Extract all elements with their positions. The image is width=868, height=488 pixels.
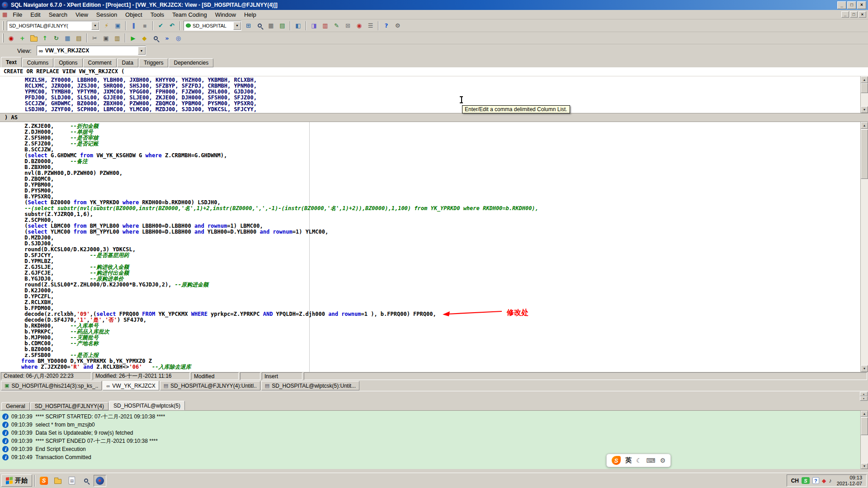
scroll-thumb[interactable] <box>861 129 868 179</box>
ime-keyboard-icon[interactable]: ⌨ <box>646 457 656 464</box>
code-assistant-icon[interactable]: ◎ <box>173 33 184 43</box>
copy-icon[interactable]: ▣ <box>100 33 112 43</box>
start-button[interactable]: 开始 <box>1 474 32 487</box>
folder-quicklaunch-icon[interactable] <box>52 475 64 487</box>
view-combo[interactable]: ∞ VW_YK_RKJZCX ▼ <box>37 46 146 56</box>
help-tray-icon[interactable]: ? <box>812 477 819 484</box>
menu-item-object[interactable]: Object <box>121 10 146 19</box>
sogou-tray-icon[interactable]: S <box>802 477 810 484</box>
mdi-restore-button[interactable]: □ <box>850 11 858 18</box>
help-icon[interactable]: ? <box>381 20 392 31</box>
debug-icon[interactable]: ◉ <box>354 20 365 31</box>
scroll-up-button[interactable]: ▲ <box>861 122 868 129</box>
security-tray-icon[interactable]: ◆ <box>822 478 826 484</box>
close-button[interactable]: × <box>857 1 866 9</box>
menu-item-help[interactable]: Help <box>240 10 260 19</box>
output-tab-general[interactable]: General <box>1 402 30 410</box>
schema-combo[interactable]: SD_HOSPITAL ▼ <box>184 21 241 31</box>
tab-options[interactable]: Options <box>54 58 82 67</box>
open-file-icon[interactable] <box>28 33 39 43</box>
connect-icon[interactable]: ⚡ <box>101 20 112 31</box>
output-panel-icon[interactable]: ◧ <box>292 20 304 31</box>
extract-ddl-icon[interactable]: ◉ <box>5 33 17 43</box>
notes-quicklaunch-icon[interactable]: ▤ <box>66 475 78 487</box>
calculator-icon[interactable]: ▦ <box>265 20 277 31</box>
panel-scroll-down-button[interactable]: ▼ <box>860 396 868 401</box>
menu-item-search[interactable]: Search <box>45 10 71 19</box>
scroll-up-button[interactable]: ▲ <box>861 76 868 83</box>
scroll-down-button[interactable]: ▼ <box>861 106 868 113</box>
execute-icon[interactable]: ▶ <box>127 33 139 43</box>
find-icon[interactable] <box>150 33 161 43</box>
menu-item-session[interactable]: Session <box>92 10 121 19</box>
tab-triggers[interactable]: Triggers <box>139 58 169 67</box>
scroll-down-button[interactable]: ▼ <box>861 365 868 372</box>
column-list-editor[interactable]: MXZLSH, ZY0000, LBBH00, YLBH00, JXBH00, … <box>0 76 868 113</box>
chevron-down-icon[interactable]: ▼ <box>138 47 146 55</box>
column-list-scrollbar[interactable]: ▲ ▼ <box>860 76 868 113</box>
taskbar-clock[interactable]: 09:13 2021-12-07 <box>837 475 862 487</box>
mdi-close-button[interactable]: × <box>859 11 866 18</box>
menu-item-view[interactable]: View <box>71 10 92 19</box>
db-explorer-icon[interactable]: ◨ <box>308 20 320 31</box>
session-window-icon[interactable]: ▣ <box>112 20 123 31</box>
tab-text[interactable]: Text <box>1 57 22 67</box>
team-coding-icon[interactable]: ☰ <box>365 20 376 31</box>
sqlnavigator-quicklaunch-icon[interactable] <box>94 475 106 487</box>
tab-data[interactable]: Data <box>117 58 138 67</box>
add-object-icon[interactable]: + <box>17 33 28 43</box>
menu-item-edit[interactable]: Edit <box>26 10 44 19</box>
log-scrollbar[interactable]: ▲ ▼ <box>860 411 868 469</box>
session-tab-sd-hospital-his214-3-sp-ks[interactable]: ▣SD_HOSPITAL@his214(3):sp_ks_.. <box>1 381 102 390</box>
menu-item-file[interactable]: File <box>9 10 26 19</box>
menu-item-team-coding[interactable]: Team Coding <box>168 10 211 19</box>
tab-comment[interactable]: Comment <box>83 58 117 67</box>
scroll-down-button[interactable]: ▼ <box>861 463 868 469</box>
scroll-thumb[interactable] <box>861 417 868 435</box>
ime-halfmoon-icon[interactable]: ☾ <box>636 457 642 464</box>
window-list-icon[interactable]: ⊞ <box>243 20 254 31</box>
save-icon[interactable]: ↑ <box>39 33 51 43</box>
editor-scrollbar[interactable]: ▲ ▼ <box>860 122 868 372</box>
edit-icon[interactable]: ✎ <box>331 20 342 31</box>
pause-icon[interactable]: ‖ <box>128 20 139 31</box>
volume-tray-icon[interactable]: ♪ <box>829 477 832 484</box>
session-tab-vw-yk-rkjzcx[interactable]: ∞VW_YK_RKJZCX <box>103 381 159 390</box>
data-grid-icon[interactable]: ▤ <box>277 20 288 31</box>
ime-settings-icon[interactable]: ⚙ <box>660 457 666 464</box>
ime-language-toggle[interactable]: 英 <box>625 456 632 465</box>
describe-icon[interactable]: ▤ <box>73 33 85 43</box>
menu-item-window[interactable]: Window <box>211 10 240 19</box>
package-icon[interactable]: ◆ <box>139 33 150 43</box>
paste-icon[interactable]: ▥ <box>112 33 123 43</box>
panel-scroll-up-button[interactable]: ▲ <box>860 392 868 396</box>
maximize-button[interactable]: □ <box>847 1 856 9</box>
session-tab-sd-hospital-fjlnyy-4-untitl[interactable]: ▤SD_HOSPITAL@FJLNYY(4):Untitl.. <box>160 381 260 390</box>
output-tab-sd-hospital-fjlnyy-4[interactable]: SD_HOSPITAL@FJLNYY(4) <box>30 402 108 410</box>
cut-icon[interactable]: ✂ <box>89 33 100 43</box>
sogou-logo-icon[interactable]: S <box>612 456 621 465</box>
more-commands-icon[interactable]: » <box>161 33 173 43</box>
sogou-quicklaunch-icon[interactable]: S <box>38 475 50 487</box>
tab-columns[interactable]: Columns <box>22 58 53 67</box>
output-tab-sd-hospital-wlptcsk-5[interactable]: SD_HOSPITAL@wlptcsk(5) <box>109 401 185 410</box>
chevron-down-icon[interactable]: ▼ <box>91 22 99 30</box>
lock-icon[interactable]: ⊠ <box>342 20 354 31</box>
session-tab-sd-hospital-wlptcsk-5-untit[interactable]: ▤SD_HOSPITAL@wlptcsk(5):Untit... <box>261 381 359 390</box>
find-objects-icon[interactable] <box>254 20 265 31</box>
sql-editor[interactable]: Z.ZKJE00, --折扣金额 Z.DJH000, --单据号 Z.SFSH0… <box>0 122 868 372</box>
panel-splitter[interactable]: ▲ ▼ <box>0 391 868 401</box>
search-quicklaunch-icon[interactable] <box>80 475 92 487</box>
scroll-up-button[interactable]: ▲ <box>861 411 868 417</box>
tab-dependencies[interactable]: Dependencies <box>169 58 213 67</box>
settings-icon[interactable]: ⚙ <box>392 20 403 31</box>
scroll-thumb[interactable] <box>861 83 868 93</box>
reload-icon[interactable]: ↻ <box>51 33 62 43</box>
menu-item-tools[interactable]: Tools <box>146 10 168 19</box>
compile-icon[interactable]: ▦ <box>62 33 73 43</box>
sql-document-icon[interactable]: ▥ <box>320 20 331 31</box>
minimize-button[interactable]: _ <box>837 1 846 9</box>
stop-icon[interactable]: ▪ <box>139 20 151 31</box>
mdi-minimize-button[interactable]: _ <box>841 11 849 18</box>
input-language-indicator[interactable]: CH <box>791 478 799 484</box>
